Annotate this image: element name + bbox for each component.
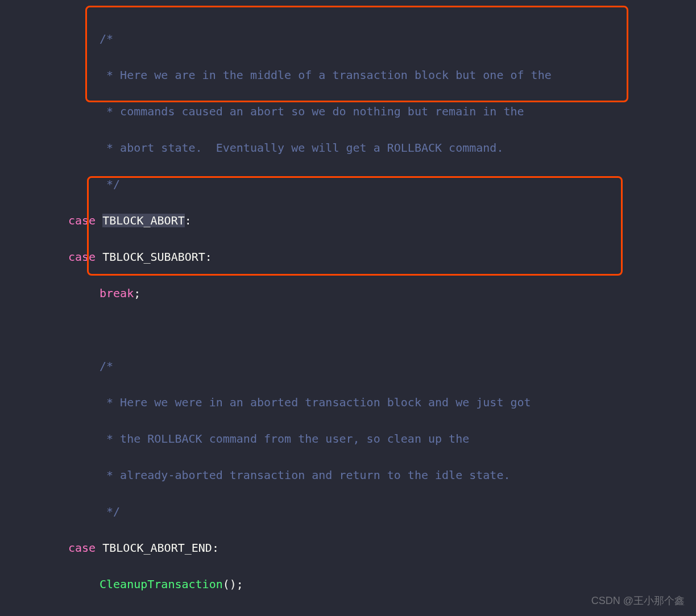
comment-line: * Here we were in an aborted transaction… [100, 396, 531, 409]
code-editor[interactable]: /* * Here we are in the middle of a tran… [0, 0, 696, 616]
comment-line: * abort state. Eventually we will get a … [100, 141, 503, 155]
semicolon: ; [305, 614, 312, 616]
comment-line: * already-aborted transaction and return… [100, 468, 510, 482]
colon: : [205, 250, 212, 264]
comment-line: * commands caused an abort so we do noth… [100, 105, 524, 118]
tblock-default: TBLOCK_DEFAULT [209, 614, 305, 616]
equals-op: = [189, 614, 209, 616]
comment-line: */ [100, 177, 120, 191]
colon: : [212, 541, 219, 555]
cleanup-transaction-call: CleanupTransaction [100, 577, 223, 591]
comment-line: /* [100, 32, 113, 45]
semicolon: ; [134, 286, 140, 300]
case-label-tblock-abort-end: TBLOCK_ABORT_END [102, 541, 212, 555]
colon: : [185, 214, 192, 227]
comment-line: * Here we are in the middle of a transac… [100, 68, 552, 82]
parens: () [223, 577, 237, 591]
case-keyword: case [68, 541, 96, 555]
break-keyword: break [100, 286, 134, 300]
watermark: CSDN @王小那个鑫 [591, 593, 685, 609]
case-keyword: case [68, 214, 96, 227]
semicolon: ; [237, 577, 243, 591]
s-arrow: s-> [100, 614, 120, 616]
case-label-tblock-subabort: TBLOCK_SUBABORT [102, 250, 205, 264]
case-keyword: case [68, 250, 96, 264]
case-label-tblock-abort: TBLOCK_ABORT [102, 214, 185, 227]
blockstate-member: blockState [120, 614, 188, 616]
comment-line: * the ROLLBACK command from the user, so… [100, 432, 469, 446]
comment-line: /* [100, 359, 113, 373]
comment-line: */ [100, 505, 120, 518]
